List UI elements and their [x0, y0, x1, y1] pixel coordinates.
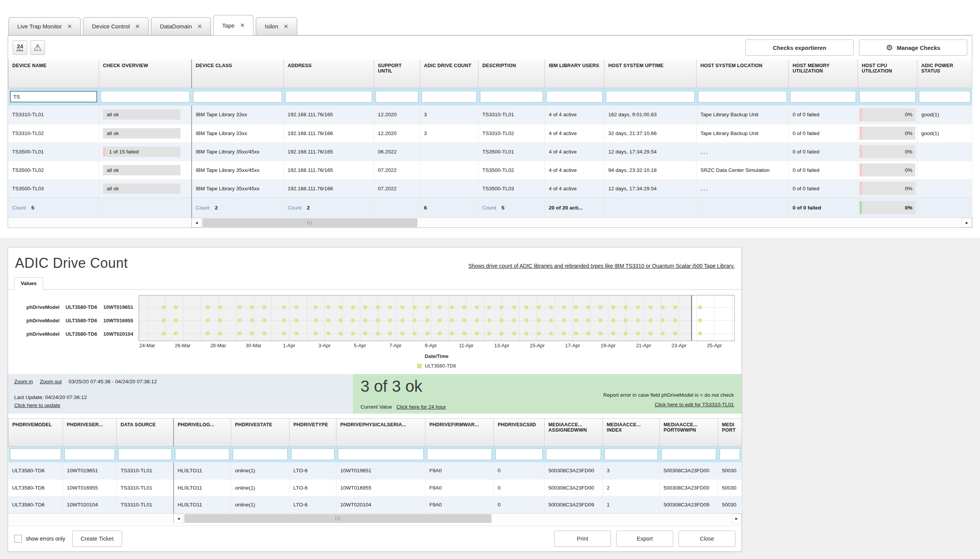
column-header[interactable]: IBM LIBRARY USERS: [545, 60, 604, 88]
column-header[interactable]: MEDIAACCE... ASSIGNEDWWN: [544, 418, 603, 446]
tab-device-control[interactable]: Device Control✕: [83, 17, 149, 35]
filter-input[interactable]: [698, 91, 787, 103]
column-header[interactable]: PHDRIVESTATE: [231, 418, 290, 446]
filter-input[interactable]: [859, 91, 915, 103]
filter-input[interactable]: [919, 91, 970, 103]
filter-input[interactable]: [480, 91, 543, 103]
filter-input[interactable]: [101, 91, 190, 103]
scroll-track[interactable]: [202, 218, 962, 228]
column-header[interactable]: MEDI PORT: [718, 418, 742, 446]
show-errors-checkbox[interactable]: [14, 535, 22, 542]
table-row[interactable]: ULT3580-TD610WT019651TS3310-TL01HL0LTO11…: [8, 462, 742, 479]
filter-input[interactable]: [376, 91, 418, 103]
filter-input[interactable]: [338, 448, 424, 460]
column-header[interactable]: HOST MEMORY UTILIZATION: [789, 60, 858, 88]
column-header[interactable]: CHECK OVERVIEW: [99, 60, 192, 88]
column-header[interactable]: PHDRIVESCSIID: [494, 418, 544, 446]
count-link[interactable]: Count: [483, 205, 496, 211]
column-header[interactable]: DEVICE CLASS: [192, 60, 284, 88]
close-icon[interactable]: ✕: [240, 22, 245, 29]
cell: 500308C3A23FD00: [544, 479, 603, 496]
filter-input[interactable]: [790, 91, 856, 103]
table-row[interactable]: TS3310-TL01all okIBM Tape Library 33xx19…: [8, 106, 972, 124]
filter-input[interactable]: [193, 91, 282, 103]
column-header[interactable]: ADDRESS: [284, 60, 374, 88]
filter-input[interactable]: [546, 448, 601, 460]
close-icon[interactable]: ✕: [135, 23, 140, 30]
24hour-link[interactable]: Click here for 24 hour: [396, 404, 446, 410]
scroll-left-icon[interactable]: ◄: [174, 514, 184, 523]
create-ticket-button[interactable]: Create Ticket: [72, 531, 122, 547]
data-point: [339, 318, 342, 322]
filter-input[interactable]: [495, 448, 542, 460]
filter-input[interactable]: [606, 91, 695, 103]
scroll-right-icon[interactable]: ►: [731, 514, 741, 523]
table-row[interactable]: TS3500-TL011 of 15 failedIBM Tape Librar…: [8, 142, 972, 161]
filter-input[interactable]: [422, 91, 477, 103]
column-header[interactable]: HOST SYSTEM UPTIME: [604, 60, 696, 88]
column-header[interactable]: ADIC DRIVE COUNT: [420, 60, 479, 88]
scroll-left-icon[interactable]: ◄: [192, 218, 202, 228]
filter-input[interactable]: [427, 448, 492, 460]
column-header[interactable]: SUPPORT UNTIL: [374, 60, 420, 88]
close-icon[interactable]: ✕: [197, 23, 202, 30]
column-header[interactable]: DEVICE NAME: [8, 60, 99, 88]
check-description-link[interactable]: Shows drive count of ADIC libraries and …: [469, 263, 735, 269]
count-link[interactable]: Count: [288, 205, 302, 211]
print-button[interactable]: Print: [554, 531, 611, 547]
filter-input[interactable]: [233, 448, 288, 460]
tab-isilon[interactable]: Isilon✕: [256, 17, 297, 35]
column-header[interactable]: DATA SOURCE: [117, 418, 174, 446]
table-row[interactable]: ULT3580-TD610WT020104TS3310-TL01HL0LTO11…: [8, 496, 742, 513]
filter-input[interactable]: [118, 448, 172, 460]
column-header[interactable]: MEDIAACCE... PORT0WWPN: [660, 418, 718, 446]
scroll-thumb[interactable]: [184, 514, 491, 523]
filter-input[interactable]: [661, 448, 716, 460]
column-header[interactable]: MEDIAACCE... INDEX: [603, 418, 660, 446]
column-header[interactable]: HOST SYSTEM LOCATION: [696, 60, 789, 88]
close-icon[interactable]: ✕: [67, 23, 72, 30]
scroll-right-icon[interactable]: ►: [962, 218, 972, 228]
count-link[interactable]: Count: [196, 205, 210, 211]
close-button[interactable]: Close: [678, 531, 735, 547]
warning-button[interactable]: ⚠: [30, 40, 45, 55]
edit-check-link[interactable]: Click here to edit for TS3310-TL01: [655, 402, 734, 407]
scroll-track[interactable]: [184, 514, 731, 523]
column-header[interactable]: PHDRIVETYPE: [290, 418, 337, 446]
close-icon[interactable]: ✕: [284, 23, 289, 30]
column-header[interactable]: PHDRIVEMODEL: [8, 418, 63, 446]
checks-export-button[interactable]: Checks exportieren: [745, 40, 854, 56]
column-header[interactable]: DESCRIPTION: [479, 60, 545, 88]
column-header[interactable]: PHDRIVEFIRMWAR...: [426, 418, 494, 446]
table-row[interactable]: TS3500-TL02all okIBM Tape Library 35xx/4…: [8, 161, 972, 179]
filter-input[interactable]: [175, 448, 229, 460]
filter-input[interactable]: [604, 448, 658, 460]
table-row[interactable]: TS3500-TL03all okIBM Tape Library 35xx/4…: [8, 179, 972, 198]
column-header[interactable]: PHDRIVESER...: [63, 418, 117, 446]
filter-input[interactable]: [10, 91, 98, 103]
filter-input[interactable]: [285, 91, 372, 103]
export-button[interactable]: Export: [616, 531, 673, 547]
table-row[interactable]: ULT3580-TD610WT016955TS3310-TL01HL0LTO11…: [8, 479, 742, 496]
manage-checks-button[interactable]: ⚙ Manage Checks: [859, 40, 967, 56]
column-header[interactable]: PHDRIVELOG...: [174, 418, 231, 446]
column-header[interactable]: PHDRIVEPHYSICALSERIA...: [337, 418, 426, 446]
update-link[interactable]: Click here to update: [14, 402, 60, 408]
column-header[interactable]: HOST CPU UTILIZATION: [858, 60, 917, 88]
filter-input[interactable]: [10, 448, 61, 460]
zoom-out-link[interactable]: Zoom out: [40, 379, 62, 384]
filter-input[interactable]: [546, 91, 602, 103]
scroll-thumb[interactable]: [202, 218, 418, 227]
tab-live-trap-monitor[interactable]: Live Trap Monitor✕: [8, 17, 81, 35]
count-link[interactable]: Count: [12, 205, 26, 211]
filter-input[interactable]: [291, 448, 335, 460]
filter-input[interactable]: [720, 448, 740, 460]
tab-values[interactable]: Values: [14, 278, 43, 289]
filter-input[interactable]: [65, 448, 115, 460]
24hrs-button[interactable]: 24 HRS: [13, 40, 27, 55]
tab-datadomain[interactable]: DataDomain✕: [151, 17, 211, 35]
zoom-in-link[interactable]: Zoom in: [14, 379, 33, 384]
table-row[interactable]: TS3310-TL02all okIBM Tape Library 33xx19…: [8, 124, 972, 142]
column-header[interactable]: ADIC POWER STATUS: [917, 60, 972, 88]
tab-tape[interactable]: Tape✕: [213, 15, 254, 35]
